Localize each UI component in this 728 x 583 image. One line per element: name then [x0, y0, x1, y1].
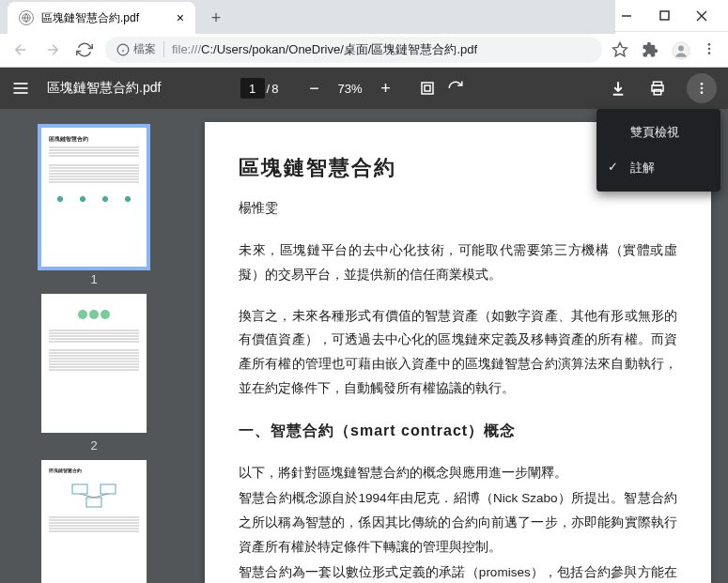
page-number-input[interactable] [240, 78, 265, 99]
close-window-button[interactable] [683, 2, 720, 30]
maximize-button[interactable] [645, 2, 683, 30]
zoom-in-button[interactable]: + [374, 77, 396, 100]
paragraph: 以下，將針對區塊鏈智慧合約的概念與應用進一步闡釋。 [239, 461, 677, 485]
svg-line-31 [80, 494, 94, 498]
menu-two-page-view[interactable]: 雙頁檢視 [596, 115, 720, 150]
paragraph: 換言之，未來各種形式有價值的智慧資產（如數字資產、其他有形或無形的有價值資產），… [239, 304, 677, 401]
svg-rect-29 [101, 484, 116, 494]
paragraph: 智慧合約概念源自於1994年由尼克．紹博（Nick Szabo）所提出。智慧合約… [239, 486, 677, 559]
close-icon[interactable]: × [177, 10, 184, 25]
svg-rect-30 [86, 498, 101, 507]
svg-point-24 [701, 91, 704, 94]
url-field[interactable]: 檔案 file:///C:/Users/pokan/OneDrive/桌面/區塊… [105, 37, 602, 63]
profile-icon[interactable] [672, 41, 689, 58]
svg-rect-17 [422, 83, 433, 94]
svg-rect-18 [425, 85, 430, 91]
bookmark-icon[interactable] [612, 41, 628, 58]
thumbnail-label-2: 2 [90, 438, 97, 453]
hamburger-icon[interactable] [11, 79, 30, 98]
tab-title: 區塊鏈智慧合約.pdf [41, 10, 139, 26]
url-text: file:///C:/Users/pokan/OneDrive/桌面/區塊鏈智慧… [172, 41, 477, 58]
back-button[interactable] [9, 38, 32, 61]
browser-menu-icon[interactable] [702, 41, 719, 58]
pdf-more-menu: 雙頁檢視 註解 [596, 109, 720, 192]
svg-point-27 [101, 310, 110, 319]
new-tab-button[interactable]: + [203, 5, 229, 31]
browser-tab[interactable]: 區塊鏈智慧合約.pdf × [8, 2, 195, 34]
svg-point-10 [678, 45, 684, 51]
section-heading: 一、智慧合約（smart contract）概念 [239, 417, 677, 445]
print-icon[interactable] [647, 78, 668, 99]
thumbnail-2[interactable] [41, 294, 147, 433]
pdf-filename: 區塊鏈智慧合約.pdf [47, 80, 161, 97]
extensions-icon[interactable] [642, 41, 658, 58]
svg-point-25 [78, 310, 87, 319]
svg-rect-2 [660, 11, 669, 20]
doc-author: 楊惟雯 [239, 195, 677, 221]
svg-point-13 [708, 52, 711, 54]
pdf-body: 雙頁檢視 註解 區塊鏈智慧合約 1 2 區塊鏈智慧合約 [0, 109, 728, 583]
forward-button[interactable] [41, 38, 64, 61]
reload-button[interactable] [73, 38, 96, 61]
svg-marker-8 [613, 42, 627, 55]
svg-point-26 [89, 310, 99, 319]
page-indicator: / 8 [240, 78, 279, 99]
svg-line-32 [94, 494, 108, 498]
address-bar: 檔案 file:///C:/Users/pokan/OneDrive/桌面/區塊… [0, 32, 728, 68]
svg-point-12 [708, 47, 711, 50]
svg-point-22 [701, 83, 704, 85]
svg-point-11 [708, 43, 711, 46]
page-total: 8 [271, 82, 278, 96]
pdf-toolbar: 區塊鏈智慧合約.pdf / 8 − 73% + [0, 68, 728, 109]
rotate-icon[interactable] [445, 78, 466, 99]
download-icon[interactable] [608, 78, 628, 99]
more-menu-button[interactable] [687, 73, 717, 103]
thumbnail-3[interactable]: 區塊鏈智慧合約 [41, 460, 147, 583]
fit-page-icon[interactable] [417, 78, 438, 99]
info-icon: 檔案 [116, 41, 164, 57]
paragraph: 智慧合約為一套以數位形式定義的承諾（promises），包括合約參與方能在區塊鏈… [239, 560, 677, 583]
zoom-out-button[interactable]: − [302, 77, 325, 100]
svg-rect-28 [72, 484, 87, 494]
browser-tab-bar: 區塊鏈智慧合約.pdf × + [0, 0, 615, 34]
paragraph: 未來，區塊鏈平台的去中心化技術，可能取代需要第三方機構（實體或虛擬）的交易平台，… [239, 238, 677, 286]
thumbnail-label-1: 1 [90, 272, 97, 286]
thumbnail-panel: 區塊鏈智慧合約 1 2 區塊鏈智慧合約 [0, 109, 188, 583]
zoom-level: 73% [333, 82, 366, 96]
svg-point-23 [701, 87, 704, 90]
thumbnail-1[interactable]: 區塊鏈智慧合約 [41, 128, 147, 267]
menu-annotations[interactable]: 註解 [596, 150, 720, 186]
globe-icon [19, 10, 34, 25]
